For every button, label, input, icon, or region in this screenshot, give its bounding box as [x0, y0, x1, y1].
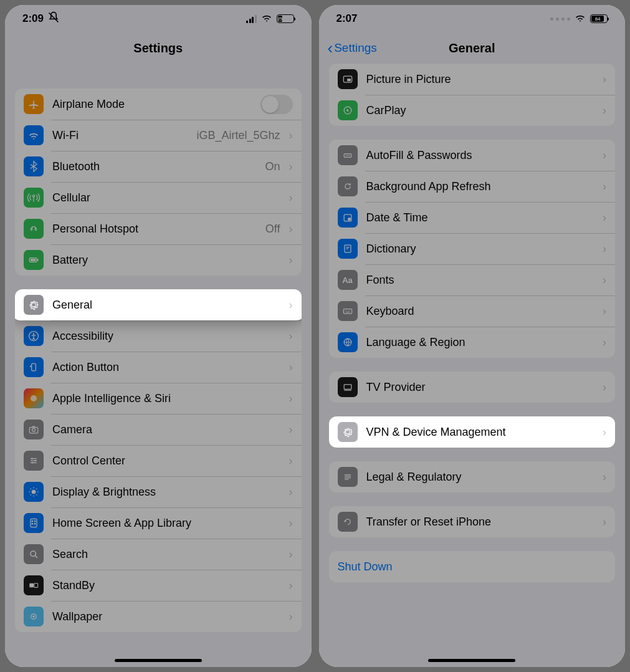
row-accessibility[interactable]: Accessibility ›	[15, 320, 302, 352]
section-device: General › Accessibility › Action Button …	[15, 289, 302, 632]
svg-point-10	[34, 460, 36, 462]
row-airplane-mode[interactable]: Airplane Mode	[15, 89, 302, 120]
chevron-right-icon: ›	[289, 423, 293, 436]
phone-right-general: 2:07 84 ‹ Settings General Picture in Pi…	[319, 5, 626, 667]
row-date-time[interactable]: Date & Time ›	[329, 202, 616, 233]
row-home-screen[interactable]: Home Screen & App Library ›	[15, 507, 302, 539]
row-legal-regulatory[interactable]: Legal & Regulatory ›	[329, 461, 616, 492]
row-label: Action Button	[52, 361, 280, 374]
row-label: Bluetooth	[52, 160, 256, 173]
row-label: Cellular	[52, 191, 280, 204]
clock: 2:09	[22, 12, 44, 25]
svg-rect-1	[37, 259, 39, 261]
row-autofill-passwords[interactable]: AutoFill & Passwords ›	[329, 140, 616, 171]
row-label: CarPlay	[366, 104, 594, 117]
row-carplay[interactable]: CarPlay ›	[329, 95, 616, 126]
row-language-region[interactable]: Language & Region ›	[329, 327, 616, 358]
home-indicator[interactable]	[115, 659, 202, 662]
general-content[interactable]: Picture in Picture › CarPlay › AutoFill …	[319, 64, 626, 667]
row-label: Language & Region	[366, 336, 594, 349]
row-label: VPN & Device Management	[366, 426, 594, 439]
svg-point-8	[32, 428, 36, 431]
settings-content[interactable]: Airplane Mode Wi-Fi iGB_Airtel_5Ghz › Bl…	[5, 64, 312, 667]
sliders-icon	[24, 451, 44, 471]
calendar-icon	[338, 208, 358, 228]
status-bar: 2:09 25	[5, 5, 312, 32]
row-label: AutoFill & Passwords	[366, 149, 594, 162]
silent-icon	[47, 11, 60, 27]
svg-rect-15	[34, 521, 36, 522]
chevron-right-icon: ›	[603, 274, 606, 287]
chevron-right-icon: ›	[603, 305, 606, 318]
chevron-right-icon: ›	[289, 486, 293, 499]
row-detail: Off	[265, 223, 280, 236]
chevron-right-icon: ›	[603, 211, 606, 224]
row-bluetooth[interactable]: Bluetooth On ›	[15, 151, 302, 182]
row-label: Background App Refresh	[366, 180, 594, 193]
svg-rect-17	[34, 523, 36, 525]
row-label: Accessibility	[52, 330, 280, 343]
row-wallpaper[interactable]: Wallpaper ›	[15, 601, 302, 632]
home-indicator[interactable]	[428, 659, 515, 662]
chevron-right-icon: ›	[289, 610, 293, 623]
row-keyboard[interactable]: Keyboard ›	[329, 295, 616, 327]
svg-point-11	[32, 462, 34, 464]
row-picture-in-picture[interactable]: Picture in Picture ›	[329, 64, 616, 95]
row-siri[interactable]: Apple Intelligence & Siri ›	[15, 383, 302, 414]
svg-rect-20	[34, 583, 38, 588]
row-battery[interactable]: Battery ›	[15, 244, 302, 276]
row-label: Battery	[52, 254, 280, 267]
svg-point-22	[32, 615, 34, 617]
svg-point-31	[348, 218, 351, 221]
chevron-right-icon: ›	[603, 242, 606, 256]
password-icon	[338, 145, 358, 165]
airplane-icon	[24, 94, 44, 114]
row-general[interactable]: General ›	[15, 289, 302, 320]
status-bar: 2:07 84	[319, 5, 626, 32]
reset-icon	[338, 512, 358, 532]
chevron-right-icon: ›	[289, 254, 293, 267]
row-tv-provider[interactable]: TV Provider ›	[329, 372, 616, 403]
svg-point-9	[31, 458, 33, 459]
chevron-right-icon: ›	[289, 299, 293, 312]
row-label: Display & Brightness	[52, 486, 280, 499]
row-vpn-device-management[interactable]: VPN & Device Management ›	[329, 416, 616, 448]
row-background-refresh[interactable]: Background App Refresh ›	[329, 171, 616, 202]
row-wifi[interactable]: Wi-Fi iGB_Airtel_5Ghz ›	[15, 120, 302, 151]
airplane-toggle[interactable]	[260, 95, 293, 114]
row-action-button[interactable]: Action Button ›	[15, 352, 302, 383]
globe-icon	[338, 332, 358, 352]
row-control-center[interactable]: Control Center ›	[15, 445, 302, 476]
row-standby[interactable]: StandBy ›	[15, 570, 302, 601]
back-button[interactable]: ‹ Settings	[328, 39, 377, 58]
back-label: Settings	[334, 41, 377, 55]
section-vpn: VPN & Device Management ›	[329, 416, 616, 448]
chevron-right-icon: ›	[289, 129, 293, 142]
row-label: Wi-Fi	[52, 129, 188, 142]
gear-icon	[338, 422, 358, 442]
svg-rect-35	[344, 385, 351, 390]
svg-point-28	[347, 155, 348, 156]
row-display-brightness[interactable]: Display & Brightness ›	[15, 476, 302, 507]
row-dictionary[interactable]: Dictionary ›	[329, 233, 616, 264]
row-label: Personal Hotspot	[52, 223, 257, 236]
row-label: Fonts	[366, 274, 594, 287]
chevron-right-icon: ›	[603, 180, 606, 193]
action-button-icon	[24, 357, 44, 377]
chevron-right-icon: ›	[289, 361, 293, 374]
search-icon	[24, 544, 44, 564]
siri-icon	[24, 388, 44, 408]
row-transfer-reset[interactable]: Transfer or Reset iPhone ›	[329, 506, 616, 537]
row-cellular[interactable]: Cellular ›	[15, 182, 302, 213]
row-personal-hotspot[interactable]: Personal Hotspot Off ›	[15, 213, 302, 244]
row-label: Search	[52, 548, 280, 561]
row-camera[interactable]: Camera ›	[15, 414, 302, 445]
row-label: Date & Time	[366, 211, 594, 224]
brightness-icon	[24, 482, 44, 502]
row-shut-down[interactable]: Shut Down	[329, 551, 616, 582]
row-search[interactable]: Search ›	[15, 539, 302, 570]
chevron-right-icon: ›	[289, 392, 293, 405]
battery-icon	[24, 250, 44, 270]
chevron-right-icon: ›	[289, 223, 293, 236]
row-fonts[interactable]: Aa Fonts ›	[329, 264, 616, 295]
